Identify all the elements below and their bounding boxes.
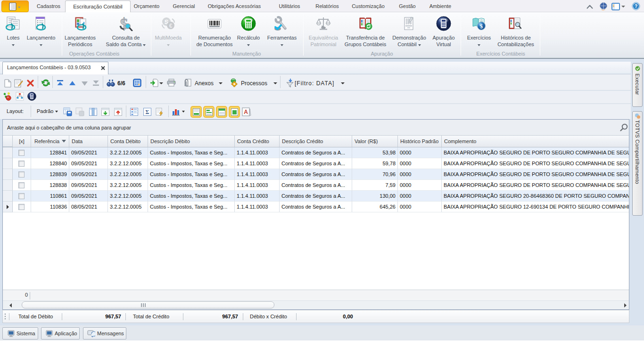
svg-text:Σ: Σ	[146, 109, 149, 115]
svg-text:?: ?	[635, 4, 637, 9]
svg-text:A: A	[244, 109, 248, 115]
